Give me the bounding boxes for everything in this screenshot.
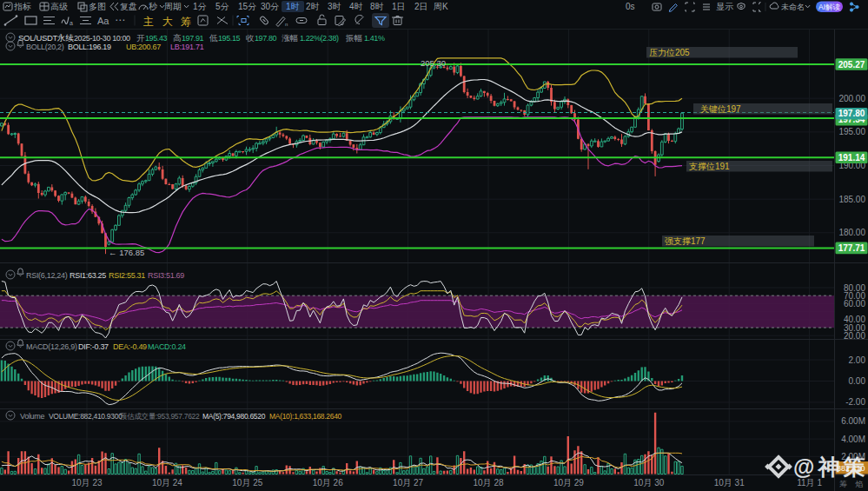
svg-text:10月 30: 10月 30: [633, 478, 664, 488]
svg-text:10月 31: 10月 31: [714, 478, 745, 488]
svg-text:RSI3:51.69: RSI3:51.69: [148, 271, 184, 280]
svg-text:6.00M: 6.00M: [841, 416, 865, 426]
svg-text:20.00: 20.00: [844, 331, 865, 341]
svg-text:191.14: 191.14: [838, 153, 865, 163]
svg-text:Volume: Volume: [20, 412, 45, 421]
svg-text:195.00: 195.00: [838, 127, 865, 136]
svg-text:AI解读: AI解读: [818, 3, 841, 11]
svg-text:MA(5):794,980.6520: MA(5):794,980.6520: [202, 412, 266, 421]
svg-text:预估成交量:953,957.7622: 预估成交量:953,957.7622: [119, 412, 200, 421]
svg-text:205.27: 205.27: [838, 60, 865, 70]
svg-text:秒: 秒: [149, 2, 158, 11]
svg-text:2025-10-30 10:00: 2025-10-30 10:00: [74, 34, 130, 43]
svg-text:振幅: 振幅: [345, 33, 363, 43]
svg-text:低: 低: [209, 33, 218, 43]
svg-text:2日: 2日: [414, 2, 428, 11]
svg-text:← 176.85: ← 176.85: [109, 248, 144, 257]
svg-text:177.71: 177.71: [838, 243, 865, 253]
svg-text:10月 28: 10月 28: [473, 478, 503, 488]
svg-text:2时: 2时: [306, 2, 320, 11]
svg-text:1.41%: 1.41%: [364, 34, 385, 43]
svg-text:指标: 指标: [14, 2, 31, 11]
svg-text:复盘: 复盘: [120, 2, 137, 11]
svg-text:多图: 多图: [89, 2, 106, 11]
svg-text:显示: 显示: [716, 2, 733, 11]
svg-text:1.22%(2.38): 1.22%(2.38): [300, 34, 339, 43]
svg-text:0.00: 0.00: [849, 376, 866, 386]
svg-text:3时: 3时: [328, 2, 341, 11]
svg-text:RSI1:63.25: RSI1:63.25: [70, 271, 106, 280]
svg-text:30分: 30分: [261, 2, 279, 11]
svg-text:10月 26: 10月 26: [313, 478, 343, 488]
svg-text:197.91: 197.91: [182, 34, 204, 43]
svg-text:支撑位191: 支撑位191: [689, 162, 730, 171]
svg-text:BOLL(20,2): BOLL(20,2): [26, 43, 64, 51]
svg-text:11月 1: 11月 1: [797, 478, 822, 488]
svg-text:DEA:-0.49: DEA:-0.49: [113, 342, 147, 351]
svg-text:UB:200.67: UB:200.67: [126, 43, 161, 51]
svg-text:4时: 4时: [349, 2, 363, 11]
svg-text:主: 主: [143, 16, 154, 28]
svg-text:1日: 1日: [392, 2, 406, 11]
svg-text:185.00: 185.00: [838, 195, 865, 204]
svg-text:涨幅: 涨幅: [282, 33, 299, 43]
svg-text:开: 开: [136, 33, 145, 43]
svg-text:筹: 筹: [839, 480, 847, 488]
svg-text:1分: 1分: [193, 2, 207, 11]
svg-text:8时: 8时: [370, 2, 384, 11]
svg-text:197.80: 197.80: [255, 34, 277, 43]
svg-text:SOL/USDT永续: SOL/USDT永续: [18, 33, 74, 43]
svg-text:10月 27: 10月 27: [393, 478, 423, 488]
svg-text:205.30: 205.30: [421, 58, 446, 68]
svg-text:MACD:0.24: MACD:0.24: [148, 342, 186, 351]
svg-text:VOLUME:882,410.9300: VOLUME:882,410.9300: [49, 412, 123, 421]
svg-text:10月 24: 10月 24: [152, 478, 182, 488]
svg-text:n: n: [285, 22, 288, 27]
svg-text:BOLL:196.19: BOLL:196.19: [68, 43, 111, 51]
svg-text:10月 29: 10月 29: [553, 478, 584, 488]
svg-text:RSI(6,12,24): RSI(6,12,24): [26, 271, 68, 280]
svg-text:压力位205: 压力位205: [649, 48, 690, 57]
svg-text:2.00: 2.00: [849, 355, 866, 365]
svg-text:60.00: 60.00: [844, 299, 865, 309]
svg-text:高: 高: [173, 33, 182, 43]
svg-text:15分: 15分: [238, 2, 256, 11]
svg-text:高级: 高级: [50, 2, 68, 11]
svg-text:MACD(12,26,9): MACD(12,26,9): [26, 342, 77, 351]
svg-text:收: 收: [246, 33, 255, 43]
svg-text:4.00M: 4.00M: [841, 435, 865, 444]
svg-text:5分: 5分: [215, 2, 229, 11]
svg-text:197.80: 197.80: [838, 109, 865, 118]
svg-text:周期: 周期: [164, 2, 182, 11]
svg-text:0s: 0s: [626, 2, 635, 11]
svg-text:10月 23: 10月 23: [71, 478, 102, 488]
svg-text:@神策: @神策: [793, 455, 868, 479]
svg-text:RSI2:55.31: RSI2:55.31: [109, 271, 145, 280]
svg-text:强支撑177: 强支撑177: [665, 236, 706, 246]
svg-text:Aa: Aa: [97, 16, 109, 26]
svg-text:195.15: 195.15: [218, 34, 241, 43]
svg-text:1时: 1时: [286, 2, 300, 11]
svg-text:筹: 筹: [181, 16, 191, 28]
svg-text:a: a: [70, 20, 73, 26]
svg-text:DIF:-0.37: DIF:-0.37: [78, 342, 109, 351]
svg-text:LB:191.71: LB:191.71: [170, 43, 204, 51]
svg-text:180.00: 180.00: [838, 228, 865, 237]
svg-text:-2.00: -2.00: [845, 397, 865, 407]
svg-text:200.00: 200.00: [838, 94, 865, 103]
svg-text:未命名: 未命名: [781, 3, 805, 11]
svg-text:MA(10):1,633,168.2640: MA(10):1,633,168.2640: [269, 412, 342, 421]
svg-text:焰: 焰: [855, 480, 863, 488]
svg-text:大: 大: [162, 16, 173, 28]
svg-text:⋯: ⋯: [115, 14, 125, 26]
svg-text:关键位197: 关键位197: [700, 104, 741, 114]
svg-text:195.43: 195.43: [145, 34, 168, 43]
svg-text:10月 25: 10月 25: [232, 478, 262, 488]
svg-text:周K: 周K: [434, 2, 448, 11]
